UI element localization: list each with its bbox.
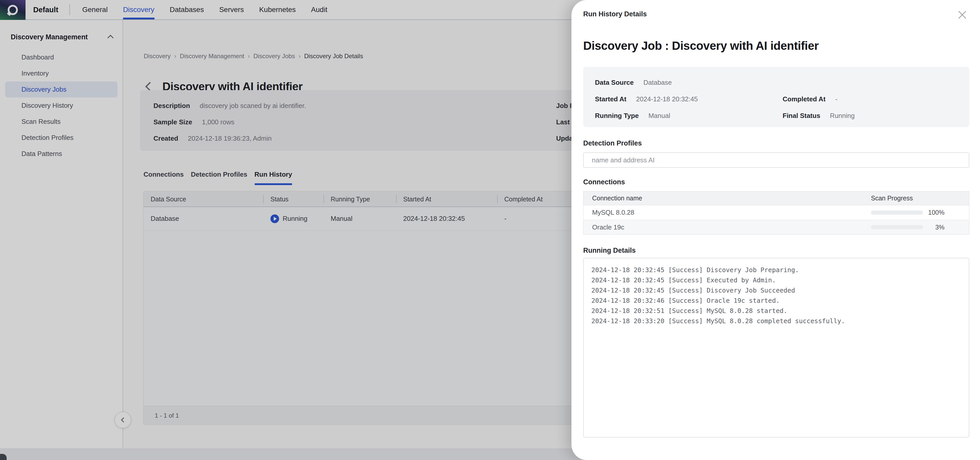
info-label: Final Status: [783, 112, 820, 120]
info-started-at: Started At 2024-12-18 20:32:45: [595, 95, 783, 103]
connection-name: MySQL 8.0.28: [584, 209, 865, 216]
info-value: -: [835, 95, 837, 103]
info-value: Running: [830, 112, 854, 120]
info-final-status: Final Status Running: [783, 112, 969, 120]
detection-profiles-input[interactable]: name and address AI: [583, 153, 969, 168]
connection-name: Oracle 19c: [584, 223, 865, 231]
info-label: Completed At: [783, 95, 826, 103]
drawer-header-title: Run History Details: [583, 10, 647, 18]
info-label: Started At: [595, 95, 626, 103]
log-line: 2024-12-18 20:32:45 [Success] Discovery …: [591, 285, 961, 296]
log-line: 2024-12-18 20:32:45 [Success] Executed b…: [591, 275, 961, 285]
info-label: Running Type: [595, 112, 639, 120]
detection-profiles-heading: Detection Profiles: [583, 139, 642, 147]
scan-progress-cell: 100%: [865, 209, 969, 216]
drawer-job-title: Discovery Job : Discovery with AI identi…: [583, 39, 819, 53]
info-data-source: Data Source Database: [595, 79, 783, 86]
connections-heading: Connections: [583, 178, 625, 186]
info-label: Data Source: [595, 79, 634, 86]
progress-percent: 3%: [927, 224, 945, 231]
log-line: 2024-12-18 20:32:46 [Success] Oracle 19c…: [591, 296, 961, 306]
connection-row-oracle: Oracle 19c 3%: [584, 220, 969, 234]
progress-percent: 100%: [927, 209, 945, 216]
info-running-type: Running Type Manual: [595, 112, 783, 120]
info-value: Database: [643, 79, 672, 86]
info-value: 2024-12-18 20:32:45: [636, 95, 698, 103]
log-line: 2024-12-18 20:32:51 [Success] MySQL 8.0.…: [591, 306, 961, 316]
progress-bar: [871, 211, 923, 215]
info-completed-at: Completed At -: [783, 95, 969, 103]
info-value: Manual: [648, 112, 670, 120]
run-info-panel: Data Source Database Started At 2024-12-…: [583, 67, 969, 127]
log-line: 2024-12-18 20:33:20 [Success] MySQL 8.0.…: [591, 316, 961, 326]
scan-progress-cell: 3%: [865, 224, 969, 231]
running-details-heading: Running Details: [583, 247, 636, 255]
running-details-log[interactable]: 2024-12-18 20:32:45 [Success] Discovery …: [583, 258, 969, 438]
log-line: 2024-12-18 20:32:45 [Success] Discovery …: [591, 265, 961, 275]
column-header-scan-progress: Scan Progress: [865, 194, 969, 202]
connections-header-row: Connection name Scan Progress: [584, 191, 969, 205]
close-icon[interactable]: [956, 9, 968, 21]
column-header-connection-name: Connection name: [584, 194, 865, 202]
connections-table: Connection name Scan Progress MySQL 8.0.…: [583, 191, 969, 235]
run-history-details-drawer: Run History Details Discovery Job : Disc…: [571, 0, 980, 460]
connection-row-mysql: MySQL 8.0.28 100%: [584, 205, 969, 220]
app-root: Default General Discovery Databases Serv…: [0, 0, 980, 460]
progress-bar: [871, 225, 923, 229]
